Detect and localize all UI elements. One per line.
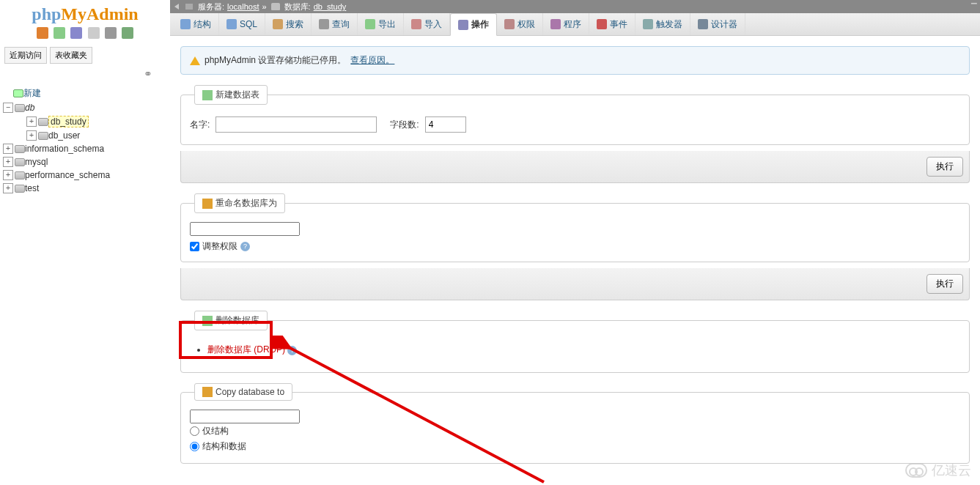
- tab-操作[interactable]: 操作: [450, 13, 497, 36]
- tab-label: 触发器: [656, 18, 682, 31]
- tree-item-db[interactable]: − db: [3, 101, 170, 114]
- expand-icon[interactable]: +: [3, 144, 13, 154]
- logo[interactable]: phpMyAdmin: [0, 0, 170, 26]
- copy-both-radio[interactable]: [190, 442, 199, 451]
- logo-part1: php: [32, 4, 61, 23]
- search-icon: [273, 19, 283, 29]
- logout-icon[interactable]: [54, 27, 65, 39]
- tab-label: 权限: [517, 18, 535, 31]
- expand-icon[interactable]: +: [26, 130, 37, 141]
- breadcrumb: 服务器: localhost » 数据库: db_study ▔: [170, 0, 980, 13]
- name-label: 名字:: [190, 119, 210, 131]
- query-icon: [319, 19, 329, 29]
- copy-structure-radio[interactable]: [190, 426, 199, 436]
- tab-查询[interactable]: 查询: [312, 13, 358, 35]
- watermark-icon: [905, 463, 927, 478]
- tab-触发器[interactable]: 触发器: [635, 13, 690, 35]
- rename-submit-button[interactable]: 执行: [926, 274, 963, 294]
- tabs: 结构SQL搜索查询导出导入操作权限程序事件触发器设计器: [170, 13, 980, 36]
- expand-icon[interactable]: +: [3, 157, 13, 167]
- notice-link[interactable]: 查看原因。: [350, 54, 394, 67]
- refresh-icon[interactable]: [122, 27, 133, 39]
- legend-text: Copy database to: [215, 387, 284, 397]
- tab-程序[interactable]: 程序: [543, 13, 589, 35]
- favorites-button[interactable]: 表收藏夹: [50, 47, 92, 64]
- tab-导入[interactable]: 导入: [404, 13, 450, 35]
- recent-button[interactable]: 近期访问: [4, 47, 47, 64]
- nav-history-buttons: 近期访问 表收藏夹: [0, 45, 170, 65]
- tab-权限[interactable]: 权限: [497, 13, 543, 35]
- server-icon: [185, 3, 194, 10]
- drop-list-item: 删除数据库 (DROP) ?: [207, 342, 960, 358]
- tree-item-test[interactable]: + test: [3, 182, 170, 195]
- tree-item-performance-schema[interactable]: + performance_schema: [3, 169, 170, 182]
- export-icon: [365, 19, 375, 29]
- tab-导出[interactable]: 导出: [358, 13, 404, 35]
- new-db-label: 新建: [23, 87, 41, 100]
- tab-事件[interactable]: 事件: [589, 13, 635, 35]
- watermark: 亿速云: [905, 462, 971, 479]
- tree-item-mysql[interactable]: + mysql: [3, 155, 170, 169]
- link-icon[interactable]: ⚭: [0, 65, 170, 83]
- new-db-icon: [13, 89, 23, 97]
- server-link[interactable]: localhost: [227, 2, 259, 11]
- adjust-priv-label: 调整权限: [202, 240, 237, 253]
- panel-drop: 删除数据库 删除数据库 (DROP) ?: [180, 311, 970, 373]
- tree-label: mysql: [25, 157, 48, 167]
- help-icon[interactable]: ?: [287, 346, 297, 355]
- rename-input[interactable]: [190, 222, 300, 236]
- rename-actionbar: 执行: [180, 268, 970, 300]
- docs-icon[interactable]: [88, 27, 100, 39]
- sidebar-toolbar: [0, 26, 170, 45]
- tab-搜索[interactable]: 搜索: [265, 13, 312, 35]
- copy-both-label: 结构和数据: [202, 440, 246, 453]
- tab-label: 查询: [332, 18, 350, 31]
- adjust-priv-checkbox[interactable]: [190, 242, 199, 251]
- config-notice: phpMyAdmin 设置存储功能已停用。 查看原因。: [180, 46, 970, 75]
- new-table-submit-button[interactable]: 执行: [926, 157, 963, 177]
- drop-db-link[interactable]: 删除数据库 (DROP): [207, 344, 285, 355]
- collapse-breadcrumb-icon[interactable]: ▔: [971, 3, 977, 11]
- tree-item-information-schema[interactable]: + information_schema: [3, 142, 170, 155]
- drop-db-icon: [202, 316, 213, 326]
- back-arrow-icon[interactable]: [174, 4, 179, 10]
- panel-rename: 重命名数据库为 调整权限 ?: [180, 193, 970, 262]
- fields-label: 字段数:: [390, 119, 419, 131]
- collapse-icon[interactable]: −: [3, 103, 13, 113]
- settings-icon[interactable]: [105, 27, 117, 39]
- home-icon[interactable]: [37, 27, 48, 39]
- trig-icon: [643, 19, 653, 29]
- expand-icon[interactable]: +: [3, 183, 13, 193]
- db-link[interactable]: db_study: [314, 2, 347, 11]
- fields-count-input[interactable]: [425, 116, 466, 133]
- db-label: 数据库:: [284, 1, 311, 12]
- tree-new[interactable]: 新建: [3, 86, 170, 101]
- tab-sql[interactable]: SQL: [219, 13, 265, 35]
- legend-text: 新建数据表: [215, 89, 259, 101]
- database-icon: [38, 132, 48, 140]
- panel-legend-copy: Copy database to: [194, 383, 292, 401]
- server-label: 服务器:: [198, 1, 224, 12]
- breadcrumb-sep: »: [262, 2, 266, 11]
- tree-label: db_study: [48, 116, 89, 127]
- watermark-text: 亿速云: [932, 462, 971, 479]
- copy-input[interactable]: [190, 410, 300, 423]
- table-name-input[interactable]: [215, 116, 377, 133]
- sidebar: phpMyAdmin 近期访问 表收藏夹 ⚭ 新建 − db + db_stud…: [0, 0, 170, 485]
- tree-label: performance_schema: [25, 170, 110, 180]
- panel-copy: Copy database to 仅结构 结构和数据: [180, 383, 970, 464]
- help-icon[interactable]: ?: [240, 242, 250, 251]
- expand-icon[interactable]: +: [26, 116, 37, 127]
- content: phpMyAdmin 设置存储功能已停用。 查看原因。 新建数据表 名字: 字段…: [170, 36, 980, 480]
- tree-item-db-user[interactable]: + db_user: [3, 129, 170, 142]
- tab-label: SQL: [240, 19, 257, 29]
- tree-item-db-study[interactable]: + db_study: [3, 114, 170, 129]
- events-icon: [597, 19, 607, 29]
- tab-结构[interactable]: 结构: [173, 13, 219, 35]
- import-icon: [411, 19, 421, 29]
- help-icon[interactable]: [70, 27, 82, 39]
- tree-label: information_schema: [25, 144, 104, 154]
- tab-设计器[interactable]: 设计器: [690, 13, 745, 35]
- designer-icon: [698, 19, 708, 29]
- expand-icon[interactable]: +: [3, 170, 13, 180]
